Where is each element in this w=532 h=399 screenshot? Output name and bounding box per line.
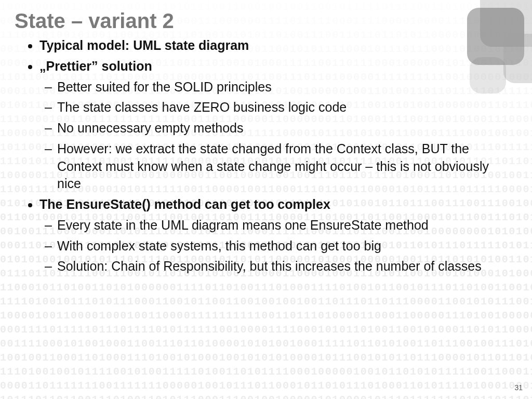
sub-bullet-item: However: we extract the state changed fr… xyxy=(57,140,511,193)
bullet-label: „Prettier” solution xyxy=(39,59,152,73)
sub-bullet-item: The state classes have ZERO business log… xyxy=(57,99,511,116)
sub-bullet-item: With complex state systems, this method … xyxy=(57,237,511,255)
slide-title: State – variant 2 xyxy=(15,9,532,33)
sub-bullet-list: Better suited for the SOLID principlesTh… xyxy=(39,78,511,193)
bullet-item: The EnsureState() method can get too com… xyxy=(39,196,511,275)
bullet-item: „Prettier” solutionBetter suited for the… xyxy=(39,58,511,193)
sub-bullet-item: Every state in the UML diagram means one… xyxy=(57,217,511,234)
bullet-label: The EnsureState() method can get too com… xyxy=(39,197,330,211)
page-number: 31 xyxy=(514,383,523,392)
sub-bullet-item: No unnecessary empty methods xyxy=(57,119,511,137)
bullet-label: Typical model: UML state diagram xyxy=(39,38,249,52)
sub-bullet-list: Every state in the UML diagram means one… xyxy=(39,217,511,275)
bullet-item: Typical model: UML state diagram xyxy=(39,37,511,55)
slide-content: Typical model: UML state diagram„Prettie… xyxy=(21,37,511,275)
sub-bullet-item: Solution: Chain of Responsibility, but t… xyxy=(57,258,511,275)
sub-bullet-item: Better suited for the SOLID principles xyxy=(57,78,511,96)
